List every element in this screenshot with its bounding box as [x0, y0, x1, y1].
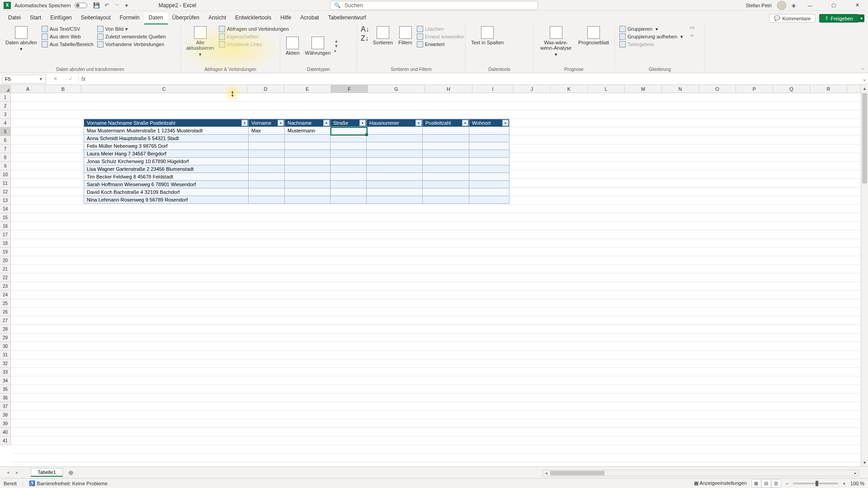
table-header[interactable]: Vorname▾ — [249, 119, 285, 127]
tab-start[interactable]: Start — [25, 13, 46, 24]
table-cell[interactable] — [469, 181, 509, 188]
table-cell[interactable]: Jonas Schulz Kirchenweg 10 67890 Hügeldo… — [84, 158, 249, 165]
col-header-D[interactable]: D — [247, 85, 284, 93]
redo-icon[interactable]: ↷ — [113, 1, 121, 9]
zoom-in[interactable]: + — [843, 481, 845, 486]
table-cell[interactable] — [249, 135, 285, 142]
row-header-12[interactable]: 12 — [0, 188, 11, 196]
data-table[interactable]: Vorname Nachname Straße Postleitzahl▾Vor… — [84, 119, 509, 204]
row-header-36[interactable]: 36 — [0, 394, 11, 402]
sort-desc-icon[interactable]: Z↓ — [361, 34, 369, 42]
table-cell[interactable] — [469, 150, 509, 158]
add-sheet-button[interactable]: ⊕ — [68, 469, 74, 476]
col-header-B[interactable]: B — [45, 85, 81, 93]
row-header-21[interactable]: 21 — [0, 265, 11, 273]
table-cell[interactable] — [469, 142, 509, 150]
queries-connections[interactable]: Abfragen und Verbindungen — [218, 25, 290, 33]
collapse-ribbon[interactable]: ⌵ — [861, 65, 864, 71]
gallery-down[interactable]: ▼ — [334, 44, 338, 48]
table-cell[interactable] — [469, 196, 509, 204]
table-cell[interactable]: Max — [249, 127, 285, 135]
table-cell[interactable] — [285, 188, 330, 196]
tab-seitenlayout[interactable]: Seitenlayout — [76, 13, 115, 24]
table-cell[interactable] — [285, 173, 330, 181]
expand-formula-bar[interactable]: ⌄ — [861, 76, 868, 82]
col-header-M[interactable]: M — [625, 85, 662, 93]
get-data-button[interactable]: Daten abrufen▾ — [4, 25, 39, 52]
row-header-14[interactable]: 14 — [0, 205, 11, 213]
table-row[interactable]: Felix Müller Nebenweg 3 98765 Dorf — [84, 142, 509, 150]
tab-datei[interactable]: Datei — [4, 13, 25, 24]
close-button[interactable]: ✕ — [848, 0, 866, 11]
filter-button[interactable]: Filtern — [396, 25, 414, 46]
from-text-csv[interactable]: Aus Text/CSV — [41, 25, 94, 33]
filter-dropdown-icon[interactable]: ▾ — [323, 120, 330, 126]
table-cell[interactable] — [469, 173, 509, 181]
row-header-38[interactable]: 38 — [0, 411, 11, 419]
row-header-15[interactable]: 15 — [0, 213, 11, 222]
table-cell[interactable] — [367, 150, 423, 158]
maximize-button[interactable]: ▢ — [825, 0, 843, 11]
share-button[interactable]: ⇪ Freigeben — [819, 14, 859, 23]
table-cell[interactable] — [285, 196, 330, 204]
table-cell[interactable] — [469, 188, 509, 196]
row-header-32[interactable]: 32 — [0, 359, 11, 368]
table-cell[interactable] — [330, 165, 367, 173]
tab-tabellenentwurf[interactable]: Tabellenentwurf — [324, 13, 371, 24]
col-header-P[interactable]: P — [736, 85, 773, 93]
row-header-25[interactable]: 25 — [0, 299, 11, 308]
col-header-I[interactable]: I — [472, 85, 514, 93]
table-row[interactable]: Laura Meier Hang 7 34567 Bergdorf — [84, 150, 509, 158]
sheet-nav-prev[interactable]: ◂ — [7, 469, 9, 475]
table-cell[interactable]: Laura Meier Hang 7 34567 Bergdorf — [84, 150, 249, 158]
row-header-10[interactable]: 10 — [0, 170, 11, 179]
ungroup-button[interactable]: Gruppierung aufheben ▾ — [618, 33, 684, 40]
table-cell[interactable] — [423, 150, 469, 158]
filter-dropdown-icon[interactable]: ▾ — [241, 120, 248, 126]
table-header[interactable]: Nachname▾ — [285, 119, 330, 127]
tab-einfügen[interactable]: Einfügen — [46, 13, 76, 24]
table-cell[interactable] — [285, 158, 330, 165]
autosave-toggle[interactable] — [75, 3, 87, 8]
row-header-26[interactable]: 26 — [0, 308, 11, 316]
table-cell[interactable]: Mustermann — [285, 127, 330, 135]
table-row[interactable]: Sarah Hoffmann Wiesenweg 6 78901 Wiesend… — [84, 181, 509, 188]
row-header-19[interactable]: 19 — [0, 248, 11, 256]
from-table-range[interactable]: Aus Tabelle/Bereich — [41, 41, 94, 48]
share-dropdown[interactable]: ▾ — [859, 14, 864, 22]
col-header-N[interactable]: N — [662, 85, 699, 93]
namebox-dropdown-icon[interactable]: ▼ — [39, 77, 43, 81]
row-header-37[interactable]: 37 — [0, 402, 11, 411]
zoom-out[interactable]: − — [786, 481, 788, 486]
row-header-29[interactable]: 29 — [0, 333, 11, 342]
row-header-17[interactable]: 17 — [0, 230, 11, 239]
scroll-left-icon[interactable]: ◂ — [543, 471, 549, 475]
table-cell[interactable]: Lisa Wagner Gartenstraße 2 23456 Blumens… — [84, 165, 249, 173]
row-header-11[interactable]: 11 — [0, 179, 11, 188]
minimize-button[interactable]: — — [801, 0, 819, 11]
table-cell[interactable] — [423, 135, 469, 142]
row-header-30[interactable]: 30 — [0, 342, 11, 351]
table-cell[interactable] — [285, 150, 330, 158]
gallery-up[interactable]: ▲ — [334, 39, 338, 43]
filter-dropdown-icon[interactable]: ▾ — [415, 120, 422, 126]
sheet-tab-1[interactable]: Tabelle1 — [31, 468, 63, 477]
table-row[interactable]: Max Mustermann Musterstraße 1 12345 Must… — [84, 127, 509, 135]
row-header-22[interactable]: 22 — [0, 273, 11, 282]
filter-dropdown-icon[interactable]: ▾ — [359, 120, 366, 126]
col-header-R[interactable]: R — [810, 85, 847, 93]
row-header-8[interactable]: 8 — [0, 153, 11, 162]
table-cell[interactable] — [469, 165, 509, 173]
row-header-31[interactable]: 31 — [0, 351, 11, 359]
vertical-scrollbar[interactable]: ▲ ▼ — [861, 85, 868, 466]
table-cell[interactable] — [285, 181, 330, 188]
user-name[interactable]: Stefan Petri — [746, 3, 772, 8]
col-header-H[interactable]: H — [425, 85, 472, 93]
table-row[interactable]: Lisa Wagner Gartenstraße 2 23456 Blumens… — [84, 165, 509, 173]
table-cell[interactable] — [367, 196, 423, 204]
formula-input[interactable] — [88, 75, 861, 84]
row-header-41[interactable]: 41 — [0, 436, 11, 445]
fx-icon[interactable]: fx — [81, 76, 85, 82]
save-icon[interactable]: 💾 — [93, 1, 101, 9]
table-cell[interactable] — [423, 158, 469, 165]
